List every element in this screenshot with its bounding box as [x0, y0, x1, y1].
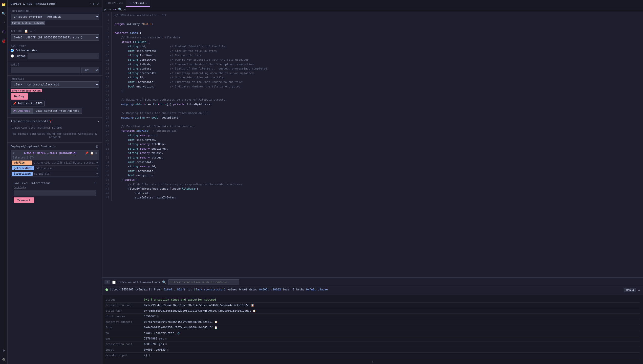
calldata-input[interactable]	[14, 190, 96, 196]
tx-hash-value: 0x1c299b4e3f9964c36bc79dce0870i4e515ee0a…	[144, 304, 640, 307]
listen-checkbox[interactable]	[112, 281, 116, 284]
load-contract-tab[interactable]: Load contract from Address	[33, 108, 82, 114]
custom-gas-label[interactable]: Custom	[11, 54, 26, 58]
tx-expand-btn[interactable]: ▲	[638, 288, 640, 291]
account-copy-icon[interactable]: 📋	[24, 29, 29, 33]
low-level-header: Low level interactions ℹ	[14, 181, 96, 185]
tab-close-icon[interactable]: ✕	[145, 2, 147, 5]
block-num-value: 1650367 ⎘	[144, 315, 640, 318]
tx-cost-copy[interactable]: ⎘	[165, 343, 167, 346]
to-copy[interactable]: 🔗	[177, 332, 180, 334]
contract-instance-header[interactable]: ▼ IJACK AT 0X7D1...2A311 (BLOCKCHAIN) 📌 …	[11, 150, 99, 156]
contract-pin-icon[interactable]: 📌	[85, 151, 89, 155]
contract-section: CONTRACT iJack - contracts/iJack.sol err…	[8, 76, 102, 118]
deploy-button[interactable]: Deploy	[11, 93, 28, 100]
activity-deploy[interactable]: ⬡	[1, 29, 6, 34]
tx-help-icon[interactable]: ❓	[49, 120, 52, 123]
play-icon[interactable]: ▶	[104, 8, 106, 11]
tx-chevron[interactable]: ›	[98, 120, 99, 123]
activity-files[interactable]: 📁	[1, 2, 6, 7]
address-tabs: At Address Load contract from Address	[11, 108, 99, 114]
activity-search[interactable]: 🔍	[1, 11, 6, 16]
tx-filter-input[interactable]	[168, 279, 239, 285]
fn-addfile-btn[interactable]: addFile	[12, 161, 32, 165]
value-input[interactable]: 0	[11, 67, 80, 73]
error-badge: error version: DOCKER	[11, 89, 42, 92]
step-into-icon[interactable]: ⤻	[113, 8, 116, 11]
environment-select[interactable]: Injected Provider - MetaMask	[11, 14, 99, 20]
tab-ijack[interactable]: iJack.sol ✕	[126, 0, 150, 7]
tx-header: [block:1650367 txIndex:1] from: 0x6a6...…	[105, 288, 640, 292]
zoom-in-icon[interactable]: ⊕	[124, 8, 126, 11]
search-toolbar-icon[interactable]: 🔍	[118, 8, 122, 11]
contract-chevron: ▼	[13, 152, 14, 154]
publish-ipfs-button[interactable]: 📌 Publish to IPFS	[11, 101, 45, 106]
estimated-gas-row[interactable]: Estimated Gas	[11, 49, 99, 52]
contract-copy-icon[interactable]: 📋	[90, 151, 94, 155]
contract-instance-name: IJACK AT 0X7D1...2A311 (BLOCKCHAIN)	[24, 152, 77, 154]
terminal-expand[interactable]: ›	[102, 360, 643, 364]
activity-debug[interactable]: 🐞	[1, 38, 6, 43]
contract-select[interactable]: iJack - contracts/iJack.sol	[11, 81, 99, 88]
decoded-input-copy[interactable]: ⎘	[149, 354, 150, 357]
code-content: // SPDX-License-Identifier: MIT pragma s…	[112, 12, 643, 201]
env-info-icon[interactable]: ℹ	[31, 10, 32, 13]
fn-isduplicate-expand[interactable]: ▼	[96, 172, 98, 175]
filter-search-icon[interactable]: 🔍	[162, 280, 166, 284]
step-over-icon[interactable]: ⤼	[109, 8, 111, 11]
activity-settings[interactable]: ⚙	[1, 348, 6, 353]
tx-info-icon[interactable]: ℹ	[47, 120, 48, 123]
contract-remove-icon[interactable]: ✕	[95, 151, 97, 155]
environment-label: ENVIRONMENT ℹ	[11, 10, 99, 13]
account-label: ACCOUNT 📋 ✏ ℹ	[11, 29, 99, 33]
deployed-header: Deployed/Unpinned Contracts 🗑	[11, 144, 99, 149]
fn-getfiles-expand[interactable]: ▼	[96, 167, 98, 170]
block-hash-copy[interactable]: 📋	[253, 309, 256, 312]
editor-content: 1 2 3 4 5 6 7 8 9 10 11 12 13 14 15 16 1…	[102, 12, 643, 277]
input-copy[interactable]: ⎘	[167, 348, 169, 351]
clear-deployed-icon[interactable]: 🗑	[95, 144, 99, 149]
value-unit-select[interactable]: Wei	[81, 67, 99, 73]
activity-git[interactable]: ⑂	[1, 20, 6, 25]
low-level-info-icon[interactable]: ℹ	[94, 181, 96, 185]
contract-balance: Balance: 0 ETH	[11, 156, 99, 160]
terminal-expand-icon: ›	[372, 360, 374, 363]
block-num-copy[interactable]: ⎘	[157, 315, 159, 318]
check-icon[interactable]: ✓	[90, 2, 92, 6]
gas-copy[interactable]: ⎘	[165, 337, 167, 340]
estimated-gas-radio[interactable]	[11, 49, 14, 52]
contract-addr-copy[interactable]: 📋	[214, 321, 217, 323]
tx-summary: [block:1650367 txIndex:1] from: 0x6a6...…	[110, 288, 622, 291]
tab-erc721[interactable]: ERC721.sol	[103, 0, 126, 7]
forward-icon[interactable]: ▶	[93, 2, 95, 6]
expand-icon[interactable]: ⤢	[97, 2, 99, 6]
tx-details: status 0x1 Transaction mined and executi…	[102, 295, 643, 360]
tx-label: Transactions recorded ℹ ❓	[11, 120, 52, 123]
tx-count: 1	[104, 280, 110, 284]
tx-hash-copy[interactable]: 📋	[251, 304, 254, 307]
account-edit-icon[interactable]: ✏	[30, 29, 33, 33]
account-section: ACCOUNT 📋 ✏ ℹ 0x6a6...88DfF (99.88035252…	[8, 27, 102, 43]
detail-gas: gas 79764982 gas ⎘	[105, 336, 640, 342]
detail-input: input 0x600...90033 ⎘	[105, 347, 640, 353]
at-address-tab[interactable]: At Address	[11, 108, 33, 114]
pinned-section: Pinned Contracts (network: 314159) No pi…	[8, 125, 102, 143]
account-select[interactable]: 0x6a6...88DfF (99.8803525203790871 ether…	[11, 34, 99, 41]
account-info-icon[interactable]: ℹ	[34, 29, 36, 33]
fn-addfile-expand[interactable]: ▼	[96, 161, 98, 164]
debug-button[interactable]: Debug	[624, 288, 636, 292]
gas-label: GAS LIMIT	[11, 45, 99, 48]
activity-plugins[interactable]: 🔌	[1, 357, 6, 362]
status-dot	[105, 288, 108, 291]
fn-getfiles-btn[interactable]: getFilesData	[12, 166, 34, 170]
fn-isduplicate-btn[interactable]: isDuplicate	[12, 172, 33, 176]
custom-gas-radio[interactable]	[11, 54, 14, 58]
calldata-label: CALLDATA	[14, 186, 96, 189]
network-badge: Custom (314159) network	[11, 21, 45, 25]
detail-status: status 0x1 Transaction mined and executi…	[105, 297, 640, 303]
decoded-input-value: {} ⎘	[144, 354, 640, 357]
custom-gas-input[interactable]: 3000000	[28, 53, 99, 59]
transact-button[interactable]: Transact	[14, 197, 34, 203]
detail-block-num: block number 1650367 ⎘	[105, 314, 640, 319]
from-copy[interactable]: 📋	[214, 326, 217, 329]
